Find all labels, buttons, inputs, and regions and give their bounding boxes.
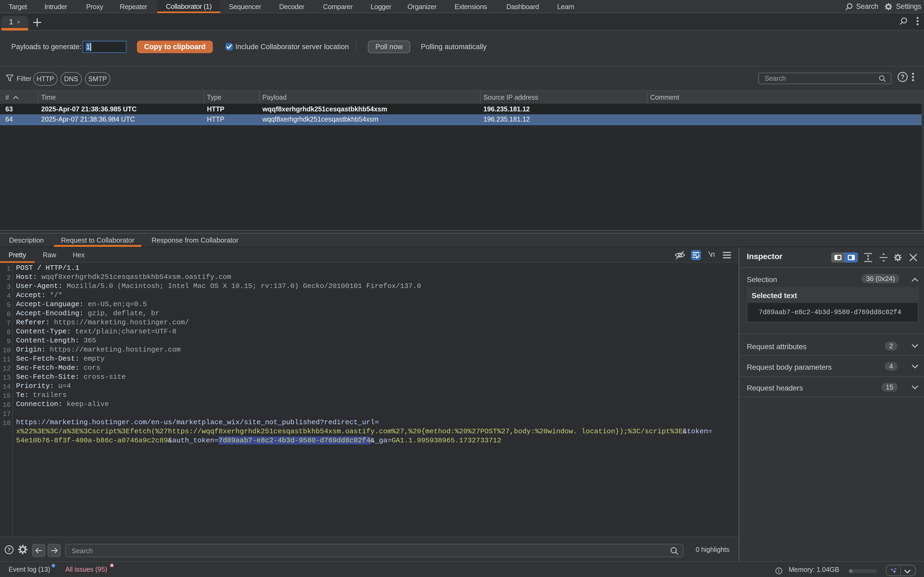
svg-text:?: ? xyxy=(8,547,11,553)
svg-text:?: ? xyxy=(901,73,905,81)
